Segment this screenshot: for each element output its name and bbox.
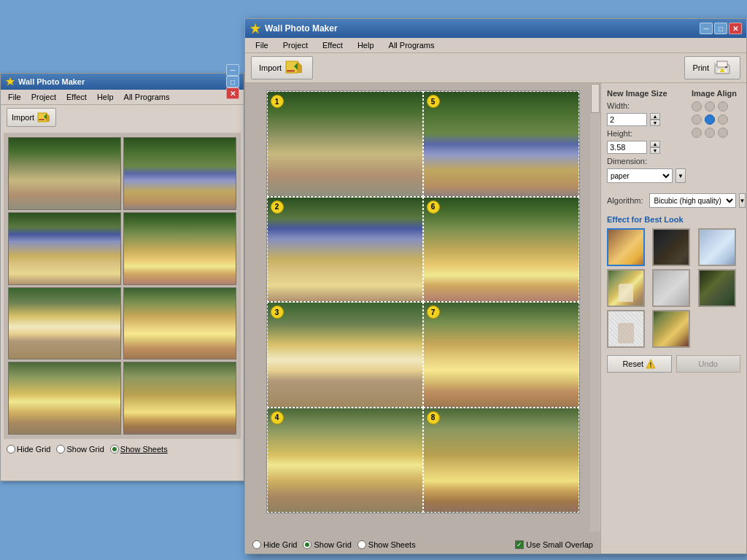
align-mid-center[interactable] (705, 114, 715, 125)
hide-grid-option[interactable]: Hide Grid (252, 540, 297, 549)
hide-grid-label: Hide Grid (263, 540, 297, 549)
effect-thumb-2[interactable] (652, 228, 690, 266)
main-import-button[interactable]: Import (251, 56, 313, 79)
canvas-scrollbar[interactable] (590, 83, 600, 532)
width-input[interactable] (607, 113, 647, 126)
align-bot-right[interactable] (718, 128, 728, 138)
main-menu-allprograms[interactable]: All Programs (383, 39, 441, 51)
photo-cell-3[interactable]: 3 (267, 302, 423, 408)
algorithm-select[interactable]: Bicubic (high quality) Bilinear Nearest … (649, 193, 736, 208)
bg-import-button[interactable]: Import (7, 108, 56, 127)
bg-menu-help[interactable]: Help (93, 91, 118, 103)
main-menu-help[interactable]: Help (352, 39, 380, 51)
align-mid-right[interactable] (718, 114, 728, 125)
svg-rect-14 (714, 63, 716, 65)
effect-thumb-7[interactable] (607, 310, 645, 348)
dimension-select[interactable]: paper cm inch (607, 168, 673, 183)
main-menu-bar: File Project Effect Help All Programs (245, 38, 746, 53)
photo-cell-7[interactable]: 7 (423, 302, 579, 408)
align-top-right[interactable] (718, 101, 728, 112)
cell-number-5: 5 (427, 95, 440, 108)
bg-menu-file[interactable]: File (4, 91, 26, 103)
bg-show-sheets-radio[interactable] (110, 445, 119, 454)
effects-section: Effect for Best Look (607, 215, 740, 348)
height-spinner: ▲ ▼ (650, 141, 660, 154)
main-menu-project[interactable]: Project (277, 39, 314, 51)
show-grid-option[interactable]: Show Grid (303, 540, 351, 549)
photo-cell-8[interactable]: 8 (423, 408, 579, 513)
photo-cell-5[interactable]: 5 (423, 91, 579, 197)
effect-thumb-1[interactable] (607, 228, 645, 266)
show-sheets-label: Show Sheets (368, 540, 416, 549)
bg-hide-grid-option[interactable]: Hide Grid (7, 445, 50, 454)
main-menu-file[interactable]: File (249, 39, 274, 51)
reset-button[interactable]: Reset (607, 355, 672, 373)
align-grid (692, 101, 740, 139)
main-maximize-btn[interactable]: □ (714, 23, 727, 34)
bg-app-icon (5, 77, 15, 87)
bg-menu-allprograms[interactable]: All Programs (120, 91, 174, 103)
photo-cell-2[interactable]: 2 (267, 197, 423, 303)
bg-minimize-btn[interactable]: ─ (226, 64, 239, 76)
height-input[interactable] (607, 141, 647, 154)
use-small-overlap-option[interactable]: Use Small Overlap (515, 540, 593, 549)
canvas-bottom-bar: Hide Grid Show Grid Show Sheets Use Smal… (245, 540, 600, 549)
effect-thumb-8[interactable] (652, 310, 690, 348)
main-app-icon (249, 23, 261, 34)
effect-thumb-6[interactable] (698, 269, 736, 307)
height-spin-down[interactable]: ▼ (650, 147, 660, 154)
bg-options-bar: Hide Grid Show Grid Show Sheets (1, 442, 244, 456)
warning-icon (646, 359, 656, 369)
bg-menu-effect[interactable]: Effect (62, 91, 91, 103)
main-menu-effect[interactable]: Effect (317, 39, 349, 51)
effect-thumb-3[interactable] (698, 228, 736, 266)
bg-preview-cell-7 (8, 362, 121, 435)
photo-cell-6[interactable]: 6 (423, 197, 579, 303)
canvas-scroll-thumb[interactable] (591, 84, 600, 113)
show-sheets-option[interactable]: Show Sheets (357, 540, 416, 549)
photo-cell-4[interactable]: 4 (267, 408, 423, 513)
align-bot-left[interactable] (692, 128, 702, 138)
background-window: Wall Photo Maker ─ □ ✕ File Project Effe… (0, 73, 244, 481)
bg-menu-project[interactable]: Project (27, 91, 61, 103)
height-row: Height: (607, 129, 686, 138)
effect-thumb-5[interactable] (652, 269, 690, 307)
show-grid-label: Show Grid (314, 540, 351, 549)
bg-show-grid-option[interactable]: Show Grid (56, 445, 104, 454)
align-top-left[interactable] (692, 101, 702, 112)
main-window: Wall Photo Maker ─ □ ✕ File Project Effe… (244, 18, 747, 554)
hide-grid-radio[interactable] (252, 540, 261, 549)
align-top-center[interactable] (705, 101, 715, 112)
canvas-background: 1 5 2 6 3 (266, 90, 580, 513)
use-small-overlap-checkbox[interactable] (515, 540, 524, 549)
effect-thumb-4[interactable] (607, 269, 645, 307)
bg-close-btn[interactable]: ✕ (226, 88, 239, 99)
width-spin-up[interactable]: ▲ (650, 113, 660, 120)
bg-toolbar: Import (1, 105, 244, 130)
align-bot-center[interactable] (705, 128, 715, 138)
size-align-panel: New Image Size Width: ▲ ▼ Height: (607, 89, 740, 187)
undo-button[interactable]: Undo (676, 355, 741, 373)
right-panel: New Image Size Width: ▲ ▼ Height: (600, 83, 746, 553)
bg-maximize-btn[interactable]: □ (226, 76, 239, 88)
new-image-size-section: New Image Size Width: ▲ ▼ Height: (607, 89, 686, 187)
bg-hide-grid-radio[interactable] (7, 445, 15, 454)
svg-marker-0 (6, 77, 15, 85)
bg-show-grid-radio[interactable] (56, 445, 65, 454)
align-mid-left[interactable] (692, 114, 702, 125)
bg-show-sheets-option[interactable]: Show Sheets (110, 445, 168, 454)
algorithm-dropdown-arrow[interactable]: ▼ (739, 193, 746, 208)
show-sheets-radio[interactable] (357, 540, 366, 549)
width-spin-down[interactable]: ▼ (650, 120, 660, 126)
svg-marker-2 (47, 113, 50, 122)
main-close-btn[interactable]: ✕ (729, 23, 742, 34)
bg-preview-cell-4 (123, 212, 236, 285)
height-spin-up[interactable]: ▲ (650, 141, 660, 147)
photo-cell-1[interactable]: 1 (267, 91, 423, 197)
show-grid-radio[interactable] (303, 540, 311, 549)
main-minimize-btn[interactable]: ─ (700, 23, 713, 34)
cell-number-4: 4 (271, 411, 284, 424)
main-print-button[interactable]: Print (684, 56, 740, 79)
dimension-row: Dimension: (607, 157, 686, 166)
dimension-dropdown-arrow[interactable]: ▼ (676, 168, 686, 183)
